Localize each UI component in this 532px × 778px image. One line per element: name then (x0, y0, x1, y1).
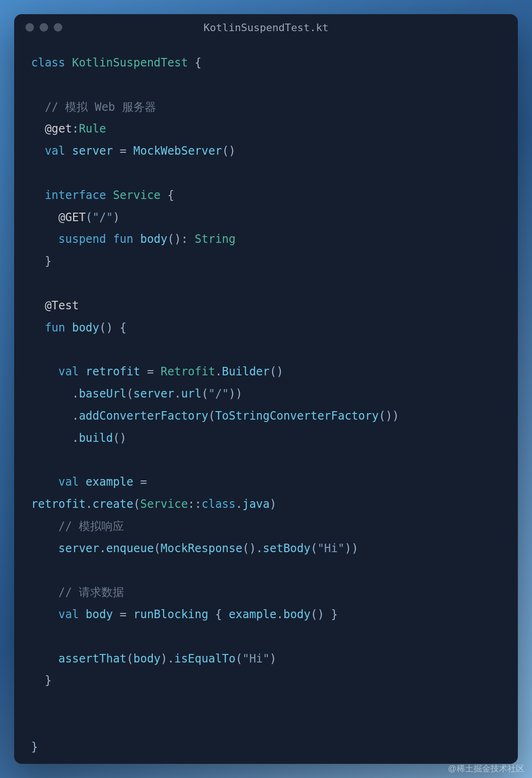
code-token-punct: ( (201, 387, 208, 400)
code-token-punct: . (86, 497, 92, 511)
code-token-keyword: interface (45, 189, 106, 202)
code-token-punct: ). (161, 652, 175, 665)
code-token-ident: retrofit (86, 365, 141, 378)
code-token-keyword: val (58, 365, 79, 378)
code-token-keyword: val (45, 144, 65, 157)
window-title: KotlinSuspendTest.kt (204, 22, 329, 33)
code-token-punct: { (208, 608, 229, 621)
code-token-ident: server (72, 144, 113, 157)
code-token-punct: } (31, 255, 51, 268)
code-token-ident: example (229, 608, 276, 621)
code-token-method: setBody (263, 542, 310, 555)
code-token-punct: () (113, 431, 126, 445)
code-token-punct: ( (154, 542, 160, 555)
code-token-punct: () (270, 365, 283, 378)
code-token-punct: . (236, 497, 242, 511)
code-token-punct: ( (208, 409, 215, 422)
code-token-punct: . (215, 365, 222, 378)
code-token-punct: () } (310, 608, 338, 621)
code-token-annotation: @GET (58, 211, 86, 224)
code-token-string: "Hi" (242, 652, 270, 665)
code-token-annotation: @Test (45, 299, 79, 312)
code-token-punct: } (31, 674, 51, 687)
code-token-keyword: class (31, 56, 65, 69)
code-token-comment: // 模拟 Web 服务器 (45, 100, 156, 114)
code-token-method: Builder (222, 365, 270, 378)
code-token-punct: . (31, 431, 79, 445)
code-token-keyword: fun (45, 321, 65, 334)
code-token-punct: { (161, 189, 175, 202)
code-token-ident: java (242, 497, 270, 511)
code-token-method: create (92, 497, 133, 511)
watermark: @稀土掘金技术社区 (448, 763, 524, 774)
code-token-punct: ( (236, 652, 242, 665)
code-token-method: body (140, 232, 167, 246)
code-token-punct: )) (345, 542, 358, 555)
code-token-punct: (): (167, 232, 195, 246)
code-token-type: Rule (79, 122, 106, 135)
code-token-punct: ()) (379, 409, 399, 422)
code-token-punct: ( (133, 497, 140, 511)
code-token-method: build (79, 431, 113, 445)
code-token-method: enqueue (106, 542, 154, 555)
code-token-type: String (195, 232, 236, 246)
code-token-ident: server (133, 387, 175, 400)
code-token-punct: = (140, 365, 160, 378)
editor-window: KotlinSuspendTest.kt class KotlinSuspend… (14, 14, 518, 764)
code-token-punct: ) (270, 652, 276, 665)
code-token-ident: retrofit (31, 497, 86, 511)
code-token-method: body (72, 321, 100, 334)
code-token-punct: ) (113, 211, 119, 224)
code-token-punct: . (276, 608, 283, 621)
code-token-ident: server (58, 542, 100, 555)
code-token-punct: { (188, 56, 201, 69)
code-token-string: "/" (92, 211, 113, 224)
code-token-punct: () (222, 144, 236, 157)
code-token-punct: ( (126, 652, 133, 665)
code-token-comment: // 请求数据 (58, 586, 124, 599)
maximize-icon[interactable] (54, 23, 62, 32)
code-token-punct: ( (126, 387, 133, 400)
code-token-punct: = (113, 144, 133, 157)
code-token-punct: : (72, 122, 79, 135)
code-token-punct: ( (86, 211, 92, 224)
code-token-method: assertThat (58, 652, 127, 665)
code-token-punct: = (113, 608, 133, 621)
code-token-punct: . (31, 387, 79, 400)
code-token-type: KotlinSuspendTest (72, 56, 188, 69)
code-token-comment: // 模拟响应 (58, 520, 124, 533)
code-token-ident: body (133, 652, 161, 665)
code-token-keyword: suspend (58, 232, 106, 246)
code-token-punct: () { (100, 321, 127, 334)
close-icon[interactable] (25, 23, 34, 32)
code-token-method: isEqualTo (174, 652, 235, 665)
code-token-method: MockResponse (161, 542, 242, 555)
code-token-punct: ( (310, 542, 317, 555)
titlebar: KotlinSuspendTest.kt (14, 14, 518, 41)
code-token-punct: ) (270, 497, 276, 511)
code-token-method: baseUrl (79, 387, 126, 400)
code-token-keyword: val (58, 608, 79, 621)
code-token-punct: = (133, 475, 154, 488)
code-token-string: "/" (208, 387, 229, 400)
code-token-type: Service (113, 189, 160, 202)
code-token-ident: example (86, 475, 133, 488)
code-token-keyword: fun (113, 232, 133, 246)
code-token-type: Retrofit (161, 365, 216, 378)
minimize-icon[interactable] (40, 23, 48, 32)
code-token-method: runBlocking (133, 608, 208, 621)
code-token-method: ToStringConverterFactory (215, 409, 379, 422)
code-token-string: "Hi" (317, 542, 345, 555)
traffic-lights (25, 23, 62, 32)
code-token-method: body (283, 608, 311, 621)
code-token-keyword: class (201, 497, 235, 511)
code-token-punct: . (31, 409, 79, 422)
code-token-keyword: val (58, 475, 79, 488)
code-token-type: Service (140, 497, 188, 511)
code-editor[interactable]: class KotlinSuspendTest { // 模拟 Web 服务器 … (14, 41, 518, 764)
code-token-punct: )) (229, 387, 242, 400)
code-token-punct: :: (188, 497, 201, 511)
code-token-punct: . (174, 387, 181, 400)
code-token-annotation: @get (45, 122, 72, 135)
code-token-punct: . (100, 542, 106, 555)
